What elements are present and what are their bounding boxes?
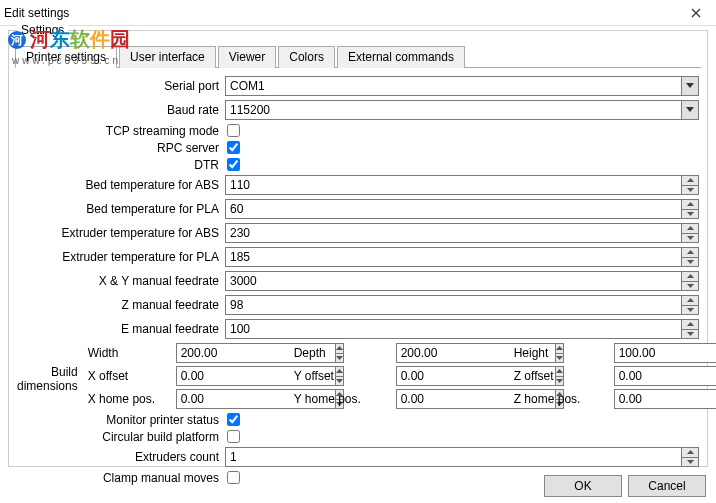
extruders-spinner[interactable]	[682, 447, 699, 467]
tab-external-commands[interactable]: External commands	[337, 46, 465, 68]
chevron-down-icon	[686, 107, 694, 113]
monitor-label: Monitor printer status	[17, 413, 225, 427]
bed-pla-label: Bed temperature for PLA	[17, 202, 225, 216]
extruders-input[interactable]	[225, 447, 682, 467]
circular-checkbox[interactable]	[227, 430, 240, 443]
e-feed-spinner[interactable]	[682, 319, 699, 339]
dialog-footer: OK Cancel	[544, 475, 706, 497]
form: Serial port Baud rate TCP streaming mode…	[9, 68, 707, 490]
tab-viewer[interactable]: Viewer	[218, 46, 276, 68]
ext-abs-label: Extruder temperature for ABS	[17, 226, 225, 240]
serial-port-input[interactable]	[226, 77, 681, 95]
tcp-streaming-label: TCP streaming mode	[17, 124, 225, 138]
settings-groupbox: Settings Printer settings User interface…	[8, 30, 708, 467]
ok-button[interactable]: OK	[544, 475, 622, 497]
titlebar: Edit settings	[0, 0, 716, 26]
close-icon	[691, 8, 701, 18]
serial-port-dropdown[interactable]	[681, 77, 698, 95]
baud-rate-dropdown[interactable]	[681, 101, 698, 119]
tab-printer-settings[interactable]: Printer settings	[15, 46, 117, 68]
tab-colors[interactable]: Colors	[278, 46, 335, 68]
depth-label: Depth	[294, 346, 388, 360]
y-home-label: Y home pos.	[294, 392, 388, 406]
xy-feed-input[interactable]	[225, 271, 682, 291]
window-title: Edit settings	[4, 6, 69, 20]
z-offset-label: Z offset	[514, 369, 606, 383]
clamp-label: Clamp manual moves	[17, 471, 225, 485]
z-home-input[interactable]	[614, 389, 716, 409]
ext-pla-input[interactable]	[225, 247, 682, 267]
bed-abs-label: Bed temperature for ABS	[17, 178, 225, 192]
tab-user-interface[interactable]: User interface	[119, 46, 216, 68]
tab-strip: Printer settings User interface Viewer C…	[15, 45, 701, 68]
circular-label: Circular build platform	[17, 430, 225, 444]
clamp-checkbox[interactable]	[227, 471, 240, 484]
height-input[interactable]	[614, 343, 716, 363]
z-home-label: Z home pos.	[514, 392, 606, 406]
extruders-label: Extruders count	[17, 450, 225, 464]
bed-pla-spinner[interactable]	[682, 199, 699, 219]
build-dim-label: Build dimensions	[17, 343, 84, 393]
serial-port-combo[interactable]	[225, 76, 699, 96]
ext-pla-spinner[interactable]	[682, 247, 699, 267]
ext-abs-input[interactable]	[225, 223, 682, 243]
baud-rate-combo[interactable]	[225, 100, 699, 120]
ext-pla-label: Extruder temperature for PLA	[17, 250, 225, 264]
baud-rate-input[interactable]	[226, 101, 681, 119]
height-label: Height	[514, 346, 606, 360]
width-label: Width	[88, 346, 168, 360]
monitor-checkbox[interactable]	[227, 413, 240, 426]
serial-port-label: Serial port	[17, 79, 225, 93]
bed-pla-input[interactable]	[225, 199, 682, 219]
build-dim-grid: Width Depth Height X offset Y offset Z o…	[88, 343, 716, 409]
xy-feed-spinner[interactable]	[682, 271, 699, 291]
groupbox-legend: Settings	[17, 23, 68, 37]
dtr-checkbox[interactable]	[227, 158, 240, 171]
z-feed-spinner[interactable]	[682, 295, 699, 315]
x-offset-label: X offset	[88, 369, 168, 383]
cancel-button[interactable]: Cancel	[628, 475, 706, 497]
z-feed-label: Z manual feedrate	[17, 298, 225, 312]
x-home-label: X home pos.	[88, 392, 168, 406]
z-feed-input[interactable]	[225, 295, 682, 315]
y-offset-label: Y offset	[294, 369, 388, 383]
baud-rate-label: Baud rate	[17, 103, 225, 117]
tcp-streaming-checkbox[interactable]	[227, 124, 240, 137]
bed-abs-spinner[interactable]	[682, 175, 699, 195]
rpc-server-checkbox[interactable]	[227, 141, 240, 154]
e-feed-input[interactable]	[225, 319, 682, 339]
ext-abs-spinner[interactable]	[682, 223, 699, 243]
bed-abs-input[interactable]	[225, 175, 682, 195]
e-feed-label: E manual feedrate	[17, 322, 225, 336]
xy-feed-label: X & Y manual feedrate	[17, 274, 225, 288]
chevron-down-icon	[686, 83, 694, 89]
close-button[interactable]	[676, 0, 716, 26]
dtr-label: DTR	[17, 158, 225, 172]
z-offset-input[interactable]	[614, 366, 716, 386]
rpc-server-label: RPC server	[17, 141, 225, 155]
